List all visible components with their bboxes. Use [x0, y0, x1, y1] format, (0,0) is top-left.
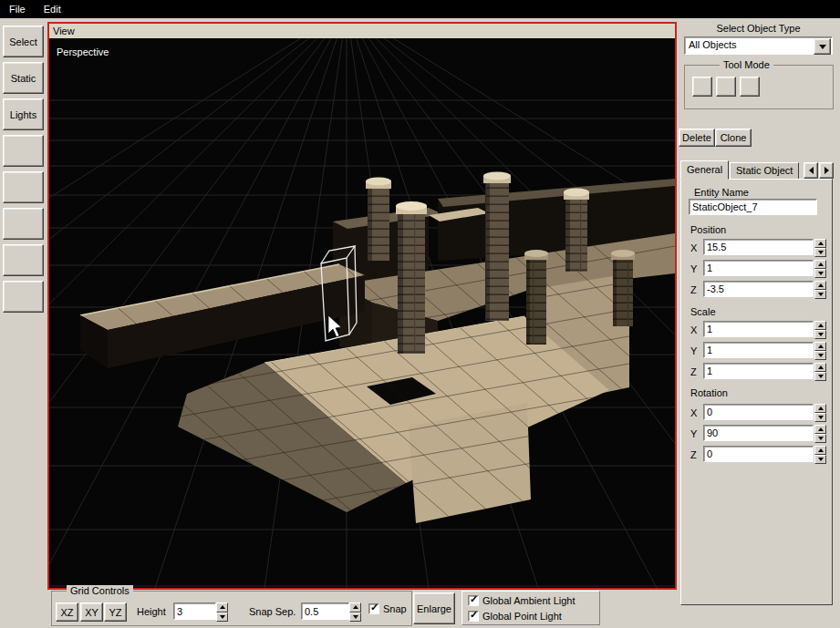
- toolbar-empty-button-1[interactable]: [3, 135, 44, 167]
- tab-general[interactable]: General: [680, 160, 729, 180]
- dropdown-arrow-button[interactable]: [814, 38, 831, 55]
- scale-y-input[interactable]: [703, 342, 814, 358]
- position-x-row: X: [689, 239, 826, 257]
- spin-down-button[interactable]: [814, 351, 826, 360]
- chevron-down-icon: [819, 45, 826, 49]
- tool-mode-button-2[interactable]: [716, 77, 736, 97]
- axis-y-label: Y: [690, 345, 697, 356]
- snap-checkbox-row: Snap: [368, 603, 407, 614]
- scale-z-row: Z: [689, 363, 826, 381]
- rotation-z-row: Z: [689, 446, 826, 464]
- arrow-right-icon: [824, 167, 829, 174]
- spin-down-button[interactable]: [814, 269, 826, 278]
- object-type-dropdown[interactable]: All Objects: [684, 36, 833, 55]
- menu-file[interactable]: File: [0, 0, 35, 18]
- grid-plane-xz-button[interactable]: XZ: [56, 602, 78, 622]
- arrow-down-icon: [818, 458, 824, 461]
- tool-mode-button-3[interactable]: [740, 77, 760, 97]
- global-point-light-checkbox[interactable]: [468, 611, 479, 622]
- rotation-y-input[interactable]: [703, 425, 814, 441]
- axis-z-label: Z: [690, 284, 697, 295]
- spin-up-button[interactable]: [814, 342, 826, 351]
- rotation-x-input[interactable]: [703, 404, 814, 420]
- spin-down-button[interactable]: [814, 434, 826, 443]
- position-z-row: Z: [689, 281, 826, 299]
- pillar: [564, 189, 589, 273]
- arrow-up-icon: [818, 324, 824, 327]
- snap-checkbox[interactable]: [368, 603, 379, 614]
- spin-up-button[interactable]: [814, 239, 826, 248]
- height-input[interactable]: [173, 602, 216, 620]
- rotation-z-spinner: [814, 446, 826, 464]
- lights-tool-button[interactable]: Lights: [3, 98, 44, 130]
- toolbar-empty-button-3[interactable]: [3, 208, 44, 240]
- spin-up-button[interactable]: [814, 281, 826, 290]
- spin-up-button[interactable]: [814, 425, 826, 434]
- scale-x-input[interactable]: [703, 321, 814, 337]
- global-ambient-light-checkbox[interactable]: [468, 595, 479, 606]
- tab-scroll-right-button[interactable]: [819, 162, 834, 179]
- select-tool-button[interactable]: Select: [3, 26, 44, 57]
- scale-y-spinner: [814, 342, 826, 360]
- arrow-down-icon: [353, 615, 358, 619]
- position-z-input[interactable]: [703, 281, 814, 297]
- entity-name-input[interactable]: [689, 199, 817, 215]
- tool-mode-button-1[interactable]: [692, 77, 712, 97]
- axis-x-label: X: [690, 324, 697, 335]
- global-ambient-light-label: Global Ambient Light: [482, 595, 576, 606]
- grid-plane-yz-button[interactable]: YZ: [104, 602, 127, 622]
- global-point-light-label: Global Point Light: [482, 611, 562, 622]
- position-x-input[interactable]: [703, 239, 814, 255]
- position-label: Position: [690, 224, 726, 235]
- spin-down-button[interactable]: [814, 248, 826, 257]
- position-y-input[interactable]: [703, 260, 814, 276]
- snap-sep-spinner: [349, 602, 361, 622]
- spin-up-button[interactable]: [814, 363, 826, 372]
- spin-down-button[interactable]: [814, 372, 826, 381]
- axis-z-label: Z: [690, 449, 697, 460]
- snap-sep-input[interactable]: [301, 602, 349, 620]
- 3d-scene[interactable]: Perspective: [49, 38, 675, 588]
- grid-plane-xy-button[interactable]: XY: [80, 602, 103, 622]
- menu-edit[interactable]: Edit: [35, 0, 70, 18]
- scale-z-input[interactable]: [703, 363, 814, 379]
- clone-button[interactable]: Clone: [715, 129, 752, 147]
- spin-down-button[interactable]: [814, 330, 826, 339]
- spin-up-button[interactable]: [349, 602, 361, 613]
- general-tab-page: Entity Name Position X Y Z: [680, 179, 833, 605]
- spin-down-button[interactable]: [814, 290, 826, 299]
- grid-controls-label: Grid Controls: [67, 585, 133, 596]
- spin-down-button[interactable]: [814, 413, 826, 422]
- arrow-up-icon: [818, 242, 824, 245]
- tab-scroll-left-button[interactable]: [804, 162, 818, 179]
- spin-up-button[interactable]: [814, 321, 826, 330]
- toolbar-empty-button-4[interactable]: [3, 244, 44, 276]
- tool-mode-group: Tool Mode: [684, 65, 834, 109]
- menu-bar: File Edit: [0, 0, 840, 18]
- arrow-up-icon: [818, 427, 824, 431]
- spin-down-button[interactable]: [216, 613, 228, 623]
- enlarge-button[interactable]: Enlarge: [413, 592, 455, 624]
- level-editor-window: File Edit Select Static Lights View: [0, 0, 840, 628]
- arrow-down-icon: [818, 437, 824, 440]
- spin-up-button[interactable]: [814, 260, 826, 269]
- spin-up-button[interactable]: [814, 404, 826, 413]
- rotation-x-spinner: [814, 404, 826, 422]
- pillar: [524, 250, 548, 345]
- toolbar-empty-button-5[interactable]: [3, 281, 44, 313]
- arrow-down-icon: [818, 333, 824, 336]
- axis-y-label: Y: [690, 263, 697, 274]
- pillar: [366, 178, 391, 262]
- tab-static-object[interactable]: Static Object: [730, 162, 799, 180]
- static-tool-button[interactable]: Static: [3, 62, 44, 94]
- viewport-title: View: [49, 24, 675, 38]
- toolbar-empty-button-2[interactable]: [3, 171, 44, 203]
- spin-up-button[interactable]: [814, 446, 826, 455]
- delete-button[interactable]: Delete: [679, 129, 715, 147]
- spin-up-button[interactable]: [216, 602, 228, 613]
- spin-down-button[interactable]: [349, 613, 361, 623]
- scale-x-row: X: [689, 321, 826, 339]
- spin-down-button[interactable]: [814, 455, 826, 464]
- pillar: [611, 250, 635, 326]
- rotation-z-input[interactable]: [703, 446, 814, 462]
